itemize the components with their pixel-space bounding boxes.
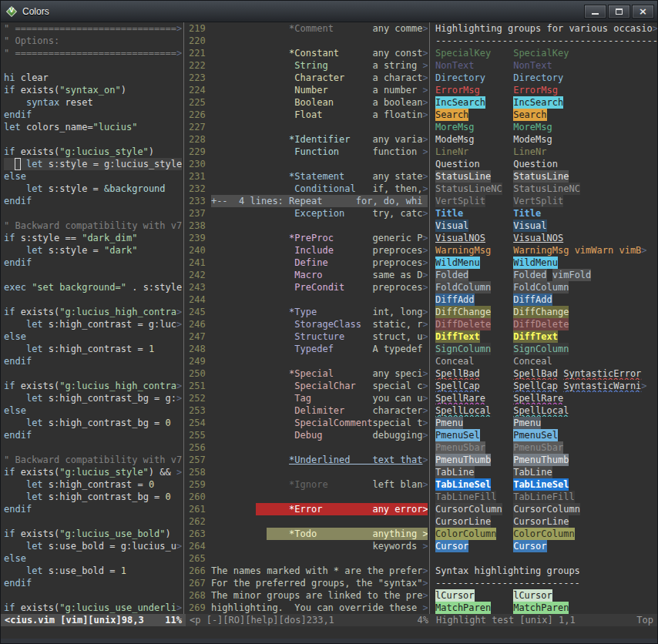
hltest-line[interactable]: ModeMsg ModeMsg: [435, 133, 657, 146]
hltest-line[interactable]: lCursor lCursor: [435, 589, 657, 602]
code-line[interactable]: [4, 133, 182, 146]
help-line[interactable]: 248 Typedef A typedef: [189, 343, 428, 355]
hltest-line[interactable]: SpellCap SpellCap SyntasticWarni>: [435, 380, 657, 392]
code-line[interactable]: [4, 293, 182, 306]
hltest-line[interactable]: CursorLine CursorLine: [435, 515, 657, 528]
hltest-line[interactable]: LineNr LineNr: [435, 146, 657, 158]
middle-pane[interactable]: 219 *Comment any comme>220 221 *Constant…: [186, 22, 428, 614]
hltest-line[interactable]: SpellBad SpellBad SyntasticError: [435, 367, 657, 380]
hltest-line[interactable]: Cursor Cursor: [435, 540, 657, 552]
help-line[interactable]: 259 *Ignore left blan>: [189, 478, 428, 491]
hltest-line[interactable]: SpecialKey SpecialKey: [435, 47, 657, 59]
help-line[interactable]: 230: [189, 158, 428, 170]
vertical-split[interactable]: [182, 22, 186, 614]
hltest-line[interactable]: [435, 552, 657, 565]
code-line[interactable]: endif: [4, 503, 182, 515]
hltest-line[interactable]: PmenuSel PmenuSel: [435, 429, 657, 441]
hltest-line[interactable]: VisualNOS VisualNOS: [435, 232, 657, 244]
help-line[interactable]: 241 Define preproces>: [189, 257, 428, 269]
hltest-line[interactable]: TabLine TabLine: [435, 466, 657, 478]
hltest-line[interactable]: DiffText DiffText: [435, 330, 657, 343]
code-line[interactable]: syntax reset: [4, 96, 182, 109]
code-line[interactable]: else: [4, 404, 182, 417]
help-line[interactable]: 255 Debug debugging>: [189, 429, 428, 441]
code-line[interactable]: [4, 269, 182, 281]
code-line[interactable]: [4, 515, 182, 528]
hltest-line[interactable]: DiffDelete DiffDelete: [435, 318, 657, 330]
code-line[interactable]: endif: [4, 355, 182, 367]
code-line[interactable]: [4, 589, 182, 602]
vertical-split[interactable]: [428, 22, 432, 614]
hltest-line[interactable]: ColorColumn ColorColumn: [435, 528, 657, 540]
code-line[interactable]: let s:style = &background: [4, 183, 182, 195]
help-line[interactable]: 266 The names marked with * are the pref…: [189, 565, 428, 577]
help-line[interactable]: 253 Delimiter character>: [189, 404, 428, 417]
maximize-button[interactable]: [608, 5, 630, 18]
hltest-line[interactable]: Conceal Conceal: [435, 355, 657, 367]
help-line[interactable]: 233 +-- 4 lines: Repeat for, do, whi: [189, 195, 428, 207]
code-line[interactable]: " =============================>: [4, 47, 182, 59]
code-line[interactable]: endif: [4, 109, 182, 121]
hltest-line[interactable]: PmenuThumb PmenuThumb: [435, 454, 657, 466]
help-line[interactable]: 256: [189, 441, 428, 454]
close-button[interactable]: ×: [632, 5, 654, 18]
hltest-line[interactable]: --------------------------: [435, 577, 657, 589]
hltest-line[interactable]: SpellLocal SpellLocal: [435, 404, 657, 417]
help-line[interactable]: 243 PreCondit preproces>: [189, 281, 428, 293]
code-line[interactable]: let s:high_contrast = 1: [4, 343, 182, 355]
code-line[interactable]: if exists("syntax_on"): [4, 84, 182, 96]
hltest-line[interactable]: ----------------------------------------: [435, 35, 657, 47]
code-line[interactable]: [4, 59, 182, 72]
hltest-line[interactable]: TabLineSel TabLineSel: [435, 478, 657, 491]
code-line[interactable]: if s:style == "dark_dim": [4, 232, 182, 244]
help-line[interactable]: 242 Macro same as D>: [189, 269, 428, 281]
code-line[interactable]: if exists("g:lucius_use_bold"): [4, 528, 182, 540]
hltest-line[interactable]: FoldColumn FoldColumn: [435, 281, 657, 293]
help-line[interactable]: 222 String a string >: [189, 59, 428, 72]
hltest-line[interactable]: MatchParen MatchParen: [435, 602, 657, 614]
hltest-line[interactable]: Visual Visual: [435, 220, 657, 232]
help-line[interactable]: 240 Include preproces>: [189, 244, 428, 257]
hltest-line[interactable]: StatusLine StatusLine: [435, 170, 657, 183]
hltest-line[interactable]: Search Search: [435, 109, 657, 121]
code-line[interactable]: if exists("g:lucius_high_contra>: [4, 380, 182, 392]
help-line[interactable]: 269 highlighting. You can override these…: [189, 602, 428, 614]
right-pane[interactable]: Highlighting groups for various occasio>…: [432, 22, 657, 614]
code-line[interactable]: " Backward compatibility with v7: [4, 220, 182, 232]
hltest-line[interactable]: MoreMsg MoreMsg: [435, 121, 657, 133]
help-line[interactable]: 232 Conditional if, then,>: [189, 183, 428, 195]
help-line[interactable]: 244: [189, 293, 428, 306]
help-line[interactable]: 224 Number a number >: [189, 84, 428, 96]
help-line[interactable]: 219 *Comment any comme>: [189, 22, 428, 35]
code-line[interactable]: let s:high_contrast_bg = 0: [4, 417, 182, 429]
help-line[interactable]: 229 Function function >: [189, 146, 428, 158]
help-line[interactable]: 268 The minor groups are linked to the p…: [189, 589, 428, 602]
help-line[interactable]: 250 *Special any speci>: [189, 367, 428, 380]
code-line[interactable]: let s:use_bold = 1: [4, 565, 182, 577]
hltest-line[interactable]: VertSplit VertSplit: [435, 195, 657, 207]
help-line[interactable]: 258: [189, 466, 428, 478]
code-line[interactable]: exec "set background=" . s:style: [4, 281, 182, 293]
code-line[interactable]: let s:high_contrast = 0: [4, 478, 182, 491]
help-line[interactable]: 249: [189, 355, 428, 367]
window-titlebar[interactable]: V Colors ×: [1, 1, 657, 22]
help-line[interactable]: 228 *Identifier any varia>: [189, 133, 428, 146]
help-line[interactable]: 254 SpecialCommentspecial t>: [189, 417, 428, 429]
command-line[interactable]: [1, 626, 657, 639]
hltest-line[interactable]: SpellRare SpellRare: [435, 392, 657, 404]
help-line[interactable]: 247 Structure struct, u>: [189, 330, 428, 343]
hltest-line[interactable]: Question Question: [435, 158, 657, 170]
hltest-line[interactable]: WildMenu WildMenu: [435, 257, 657, 269]
hltest-line[interactable]: Pmenu Pmenu: [435, 417, 657, 429]
help-line[interactable]: 231 *Statement any state>: [189, 170, 428, 183]
help-line[interactable]: 252 Tag you can u>: [189, 392, 428, 404]
code-line[interactable]: endif: [4, 577, 182, 589]
code-line[interactable]: [4, 367, 182, 380]
help-line[interactable]: 238: [189, 220, 428, 232]
code-line[interactable]: if exists("g:lucius_high_contra>: [4, 306, 182, 318]
code-line[interactable]: else: [4, 552, 182, 565]
hltest-line[interactable]: Syntax highlighting groups: [435, 565, 657, 577]
hltest-line[interactable]: Directory Directory: [435, 72, 657, 84]
code-line[interactable]: " =============================>: [4, 22, 182, 35]
code-line[interactable]: hi clear: [4, 72, 182, 84]
